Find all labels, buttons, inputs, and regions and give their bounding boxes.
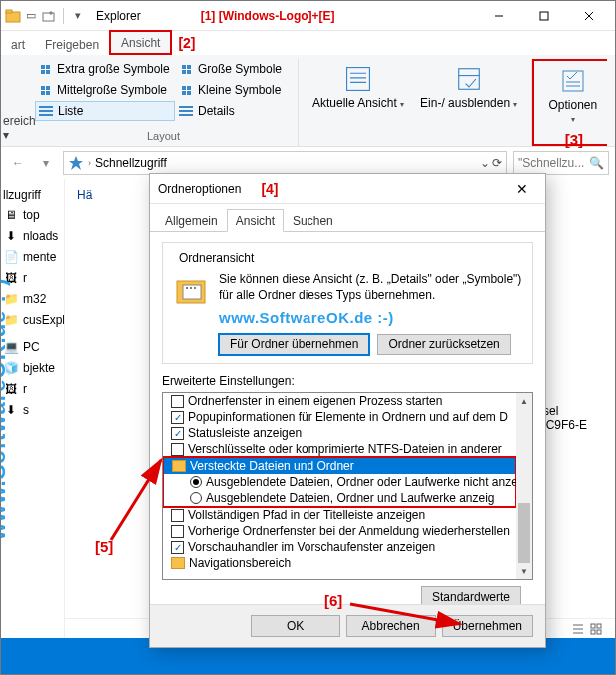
layout-group-label: Layout — [35, 130, 292, 146]
tree-item[interactable]: Verschlüsselte oder komprimierte NTFS-Da… — [163, 441, 516, 457]
scroll-down-icon[interactable]: ▼ — [516, 563, 532, 579]
view-details-icon[interactable] — [571, 622, 585, 636]
current-view-button[interactable]: Aktuelle Ansicht ▾ — [305, 59, 412, 135]
svg-point-13 — [186, 287, 188, 289]
props-icon[interactable]: ▭ — [23, 8, 39, 24]
annotation-2: [2] — [178, 35, 195, 51]
tree-item[interactable]: Vorherige Ordnerfenster bei der Anmeldun… — [163, 523, 516, 539]
advanced-settings-tree[interactable]: Ordnerfenster in einem eigenen Prozess s… — [162, 392, 533, 580]
apply-to-folders-button[interactable]: Für Ordner übernehmen — [219, 334, 369, 355]
svg-rect-9 — [591, 630, 595, 634]
dlg-tab-suchen[interactable]: Suchen — [284, 209, 342, 232]
annotation-6: [6] — [324, 592, 342, 609]
dropdown-icon[interactable]: ▾ — [70, 8, 86, 24]
dlg-tab-ansicht[interactable]: Ansicht — [227, 209, 284, 232]
ribbon-group-truncated: ereich▾ — [1, 59, 29, 146]
minimize-button[interactable] — [476, 2, 521, 30]
ribbon: ereich▾ Extra große Symbole Große Symbol… — [1, 55, 615, 147]
maximize-button[interactable] — [521, 2, 566, 30]
svg-rect-4 — [347, 68, 370, 91]
show-hide-icon — [453, 63, 485, 95]
tree-item[interactable]: Popupinformationen für Elemente in Ordne… — [163, 409, 516, 425]
search-icon: 🔍 — [589, 156, 604, 170]
view-icons-icon[interactable] — [589, 622, 603, 636]
folder-view-icon — [171, 271, 211, 311]
desktop-icon: 🖥 — [3, 207, 19, 223]
svg-rect-1 — [6, 10, 12, 13]
show-hide-button[interactable]: Ein-/ ausblenden ▾ — [412, 59, 525, 135]
chevron-right-icon[interactable]: › — [88, 158, 91, 168]
ok-button[interactable]: OK — [251, 615, 340, 637]
fieldset-legend: Ordneransicht — [175, 251, 258, 265]
svg-rect-3 — [540, 12, 548, 20]
watermark-text: www.SoftwareOK.de :-) — [219, 309, 524, 326]
tree-item[interactable]: Statusleiste anzeigen — [163, 425, 516, 441]
ribbon-tabs: art Freigeben Ansicht [2] — [1, 31, 615, 55]
layout-large-icons[interactable]: Große Symbole — [176, 59, 286, 79]
scroll-up-icon[interactable]: ▲ — [516, 393, 532, 409]
address-text: Schnellzugriff — [95, 156, 167, 170]
tab-start[interactable]: art — [1, 34, 35, 55]
scroll-thumb[interactable] — [518, 503, 530, 563]
advanced-label: Erweiterte Einstellungen: — [162, 374, 533, 388]
sidebar-item[interactable]: llzugriff — [1, 187, 64, 203]
svg-rect-7 — [591, 624, 595, 628]
layout-details[interactable]: Details — [176, 101, 286, 121]
annotation-1: [1] [Windows-Logo]+[E] — [201, 9, 335, 23]
annotation-4: [4] — [261, 181, 278, 197]
svg-rect-10 — [597, 630, 601, 634]
nav-back-icon[interactable]: ← — [7, 152, 29, 174]
tree-radio-show[interactable]: Ausgeblendete Dateien, Ordner und Laufwe… — [164, 490, 515, 506]
arrow-6 — [340, 594, 480, 637]
fieldset-text: Sie können diese Ansicht (z. B. „Details… — [219, 271, 524, 303]
downloads-icon: ⬇ — [3, 228, 19, 244]
svg-rect-8 — [597, 624, 601, 628]
svg-rect-2 — [43, 13, 54, 21]
tree-item[interactable]: Vollständigen Pfad in der Titelleiste an… — [163, 507, 516, 523]
tree-group-hidden[interactable]: Versteckte Dateien und Ordner — [164, 458, 515, 474]
close-button[interactable] — [566, 2, 611, 30]
tree-item[interactable]: Vorschauhandler im Vorschaufenster anzei… — [163, 539, 516, 555]
options-button[interactable]: Optionen▾ — [540, 61, 605, 137]
layout-list[interactable]: Liste — [35, 101, 175, 121]
search-placeholder: "Schnellzu... — [518, 156, 584, 170]
tab-ansicht[interactable]: Ansicht — [109, 30, 172, 55]
refresh-icon[interactable]: ⟳ — [492, 156, 502, 170]
reset-folders-button[interactable]: Ordner zurücksetzen — [377, 334, 510, 355]
folder-options-dialog: Ordneroptionen [4] ✕ Allgemein Ansicht S… — [149, 173, 546, 648]
layout-gallery[interactable]: Extra große Symbole Große Symbole Mittel… — [35, 59, 292, 130]
options-icon — [557, 65, 589, 97]
tree-scrollbar[interactable]: ▲ ▼ — [516, 393, 532, 579]
address-box[interactable]: › Schnellzugriff ⌄⟳ — [63, 151, 507, 175]
tree-item[interactable]: Ordnerfenster in einem eigenen Prozess s… — [163, 393, 516, 409]
dialog-titlebar[interactable]: Ordneroptionen [4] ✕ — [150, 174, 545, 204]
new-folder-icon[interactable] — [41, 8, 57, 24]
addr-dropdown-icon[interactable]: ⌄ — [480, 156, 490, 170]
sidebar-item[interactable]: ⬇nloads — [1, 227, 64, 245]
tree-group-nav[interactable]: Navigationsbereich — [163, 555, 516, 571]
tree-radio-hide[interactable]: Ausgeblendete Dateien, Ordner oder Laufw… — [164, 474, 515, 490]
layout-small-icons[interactable]: Kleine Symbole — [176, 80, 286, 100]
folder-view-fieldset: Ordneransicht Sie können diese Ansicht (… — [162, 242, 533, 364]
dialog-tabs: Allgemein Ansicht Suchen — [150, 204, 545, 232]
layout-medium-icons[interactable]: Mittelgroße Symbole — [35, 80, 175, 100]
svg-rect-6 — [563, 71, 583, 91]
chevron-down-icon[interactable]: ▾ — [35, 152, 57, 174]
annotation-5: [5] — [95, 538, 113, 555]
sidebar-item[interactable]: 🖥top — [1, 206, 64, 224]
watermark-rotated: www.SoftwareOK.de :-) — [0, 278, 11, 540]
sidebar-item[interactable]: 📄mente — [1, 248, 64, 266]
layout-xl-icons[interactable]: Extra große Symbole — [35, 59, 175, 79]
svg-point-14 — [190, 287, 192, 289]
dlg-tab-allgemein[interactable]: Allgemein — [156, 209, 227, 232]
dialog-close-icon[interactable]: ✕ — [507, 181, 537, 197]
window-title: Explorer — [96, 9, 141, 23]
annotation-3: [3] — [565, 131, 583, 148]
svg-rect-12 — [183, 285, 201, 299]
explorer-icon — [5, 8, 21, 24]
search-box[interactable]: "Schnellzu... 🔍 — [513, 151, 609, 175]
quickaccess-icon — [68, 155, 84, 171]
tab-freigeben[interactable]: Freigeben — [35, 34, 109, 55]
titlebar: ▭ ▾ Explorer [1] [Windows-Logo]+[E] — [1, 1, 615, 31]
svg-point-15 — [194, 287, 196, 289]
